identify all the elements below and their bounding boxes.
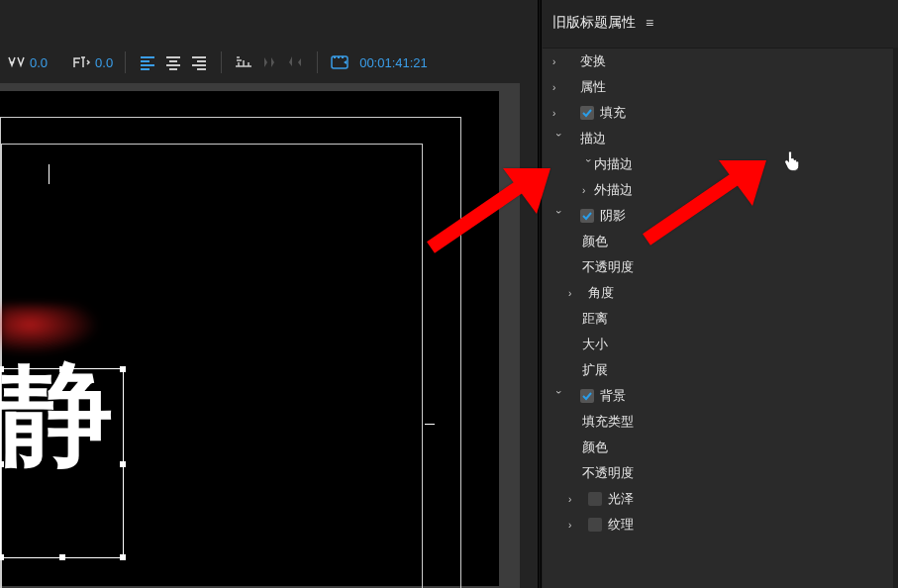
title-text[interactable]: 静: [0, 358, 109, 471]
inner-stroke-row: › 内描边 添加: [543, 151, 897, 177]
bg-color-label: 颜色: [582, 439, 608, 456]
svg-rect-2: [334, 56, 336, 58]
show-marker-icon[interactable]: [285, 52, 305, 72]
fill-checkbox[interactable]: [580, 106, 594, 120]
outer-stroke-row: › 外描边 添加: [543, 177, 897, 203]
bg-filltype-row: 填充类型 实底: [543, 409, 897, 435]
shadow-color-label: 颜色: [582, 233, 608, 250]
shadow-section[interactable]: › 阴影: [543, 203, 897, 229]
bg-color-row: 颜色: [543, 435, 897, 460]
sheen-label: 光泽: [608, 490, 634, 508]
separator: [317, 51, 318, 73]
bg-opacity-row: 不透明度 100 %: [543, 460, 897, 486]
canvas-black[interactable]: 静: [0, 91, 499, 586]
right-edge-bar: [893, 48, 898, 588]
transform-section[interactable]: › 变换: [543, 49, 897, 74]
shadow-distance-row: 距离 65.0: [543, 306, 897, 332]
text-caret: [49, 164, 50, 184]
align-right-icon[interactable]: [189, 52, 209, 72]
background-label: 背景: [600, 387, 626, 405]
ta-icon[interactable]: [71, 52, 91, 72]
panel-header: 旧版标题属性 ≡: [552, 14, 653, 32]
shadow-checkbox[interactable]: [580, 209, 594, 223]
tracking-va: 0.0: [6, 52, 48, 72]
timecode-icon[interactable]: [330, 52, 349, 72]
properties-panel: › 变换 › 属性 › 填充 › 描边 › 内描边 添加 › 外描边 添加 › …: [543, 48, 897, 588]
shadow-spread-row: 扩展 39.0: [543, 357, 897, 383]
background-section[interactable]: › 背景: [543, 383, 897, 409]
chevron-right-icon[interactable]: ›: [582, 185, 594, 196]
shadow-label: 阴影: [600, 207, 626, 225]
properties-label: 属性: [580, 78, 606, 96]
shadow-angle-label: 角度: [588, 284, 614, 302]
chevron-right-icon[interactable]: ›: [568, 494, 580, 505]
shadow-angle-row: › 角度 -57.0 °: [543, 280, 897, 306]
chevron-down-icon[interactable]: ›: [583, 158, 594, 170]
chevron-right-icon[interactable]: ›: [552, 108, 564, 119]
show-video-icon[interactable]: [259, 52, 279, 72]
chevron-down-icon[interactable]: ›: [553, 133, 564, 145]
align-left-icon[interactable]: [138, 52, 157, 72]
shadow-size-label: 大小: [582, 336, 608, 353]
shadow-spread-label: 扩展: [582, 361, 608, 379]
shadow-color-row: 颜色: [543, 229, 897, 254]
va-value[interactable]: 0.0: [30, 55, 48, 70]
chevron-right-icon[interactable]: ›: [568, 520, 580, 531]
bg-opacity-label: 不透明度: [582, 464, 634, 482]
panel-menu-icon[interactable]: ≡: [646, 15, 653, 31]
separator: [221, 51, 222, 73]
panel-divider[interactable]: [538, 0, 542, 588]
fill-section[interactable]: › 填充: [543, 100, 897, 126]
fill-label: 填充: [600, 104, 626, 122]
chevron-right-icon[interactable]: ›: [552, 82, 564, 93]
chevron-down-icon[interactable]: ›: [553, 210, 564, 222]
transform-label: 变换: [580, 52, 606, 70]
separator: [125, 51, 126, 73]
texture-label: 纹理: [608, 516, 634, 534]
tab-stops-icon[interactable]: [234, 52, 253, 72]
title-shadow-glow: [0, 305, 99, 354]
chevron-right-icon[interactable]: ›: [552, 56, 564, 67]
svg-rect-3: [338, 56, 340, 58]
sheen-checkbox[interactable]: [588, 492, 602, 506]
toolbar: 0.0 0.0 00:01:41:21: [0, 48, 535, 77]
shadow-opacity-label: 不透明度: [582, 258, 634, 276]
shadow-distance-label: 距离: [582, 310, 608, 328]
texture-section[interactable]: › 纹理: [543, 512, 897, 538]
timecode-value[interactable]: 00:01:41:21: [359, 55, 428, 70]
chevron-right-icon[interactable]: ›: [568, 288, 580, 299]
sheen-section[interactable]: › 光泽: [543, 486, 897, 512]
canvas-area: 静: [0, 83, 520, 588]
shadow-size-row: 大小 0.0: [543, 332, 897, 357]
bg-filltype-label: 填充类型: [582, 413, 634, 431]
svg-rect-4: [342, 56, 344, 58]
chevron-down-icon[interactable]: ›: [553, 390, 564, 402]
ta-value[interactable]: 0.0: [95, 55, 113, 70]
properties-section[interactable]: › 属性: [543, 74, 897, 100]
strokes-label: 描边: [580, 130, 606, 147]
texture-checkbox[interactable]: [588, 518, 602, 532]
tracking-ta: 0.0: [71, 52, 113, 72]
background-checkbox[interactable]: [580, 389, 594, 403]
shadow-opacity-row: 不透明度 33 %: [543, 254, 897, 280]
outer-stroke-label: 外描边: [594, 181, 633, 199]
va-icon[interactable]: [6, 52, 26, 72]
panel-title: 旧版标题属性: [552, 14, 636, 32]
strokes-section[interactable]: › 描边: [543, 126, 897, 151]
center-tick: [425, 424, 435, 425]
align-center-icon[interactable]: [163, 52, 183, 72]
inner-stroke-label: 内描边: [594, 155, 633, 173]
